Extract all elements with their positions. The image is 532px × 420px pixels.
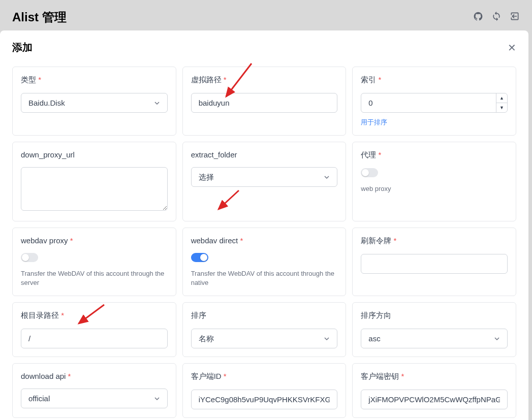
index-helper: 用于排序 (361, 118, 508, 127)
webdav-direct-label: webdav direct (191, 236, 338, 245)
download-api-select[interactable]: official (21, 389, 168, 408)
webdav-direct-toggle[interactable] (191, 253, 208, 262)
close-icon[interactable]: ✕ (508, 42, 516, 54)
root-path-input[interactable] (21, 329, 168, 348)
client-id-label: 客户端ID (191, 372, 338, 381)
type-label: 类型 (21, 75, 168, 85)
proxy-desc: web proxy (361, 184, 508, 193)
proxy-toggle[interactable] (361, 168, 378, 177)
field-sort-direction: 排序方向 asc (352, 302, 516, 357)
down-proxy-url-input[interactable] (21, 167, 168, 211)
field-proxy: 代理 web proxy (352, 142, 516, 221)
field-extract-folder: extract_folder 选择 (182, 142, 347, 221)
down-proxy-url-label: down_proxy_url (21, 150, 168, 159)
index-input[interactable] (361, 93, 508, 113)
field-client-id: 客户端ID (182, 363, 347, 418)
add-modal: 添加 ✕ 类型 Baidu.Disk 虚拟路径 索引 ▲ ▼ 用于排序 (0, 30, 528, 420)
sort-select[interactable]: 名称 (191, 329, 338, 348)
type-select[interactable]: Baidu.Disk (21, 93, 168, 113)
field-webdav-proxy: webdav proxy Transfer the WebDAV of this… (12, 228, 176, 296)
sort-label: 排序 (191, 311, 338, 320)
client-secret-input[interactable] (361, 390, 508, 409)
field-webdav-direct: webdav direct Transfer the WebDAV of thi… (182, 228, 347, 296)
download-api-label: download api (21, 372, 168, 380)
extract-folder-label: extract_folder (191, 150, 338, 159)
modal-title: 添加 (12, 41, 33, 54)
refresh-token-input[interactable] (361, 254, 508, 274)
index-label: 索引 (361, 75, 508, 85)
field-root-path: 根目录路径 (12, 302, 176, 357)
webdav-proxy-label: webdav proxy (21, 236, 168, 245)
root-path-label: 根目录路径 (21, 311, 168, 320)
webdav-proxy-toggle[interactable] (21, 253, 38, 262)
index-step-down[interactable]: ▼ (496, 103, 507, 112)
index-step-up[interactable]: ▲ (496, 93, 507, 103)
field-type: 类型 Baidu.Disk (12, 67, 176, 136)
client-id-input[interactable] (191, 390, 338, 409)
field-virtual-path: 虚拟路径 (182, 67, 347, 136)
sort-direction-label: 排序方向 (361, 311, 508, 320)
webdav-direct-desc: Transfer the WebDAV of this account thro… (191, 269, 338, 287)
extract-folder-select[interactable]: 选择 (191, 167, 338, 187)
field-download-api: download api official (12, 363, 176, 418)
field-index: 索引 ▲ ▼ 用于排序 (352, 67, 516, 136)
virtual-path-label: 虚拟路径 (191, 75, 338, 85)
webdav-proxy-desc: Transfer the WebDAV of this account thro… (21, 269, 168, 287)
field-down-proxy-url: down_proxy_url (12, 142, 176, 221)
proxy-label: 代理 (361, 150, 508, 160)
refresh-token-label: 刷新令牌 (361, 236, 508, 246)
virtual-path-input[interactable] (191, 93, 338, 113)
sort-direction-select[interactable]: asc (361, 329, 508, 348)
field-refresh-token: 刷新令牌 (352, 228, 516, 296)
field-client-secret: 客户端密钥 (352, 363, 516, 418)
client-secret-label: 客户端密钥 (361, 372, 508, 381)
field-sort: 排序 名称 (182, 302, 347, 357)
